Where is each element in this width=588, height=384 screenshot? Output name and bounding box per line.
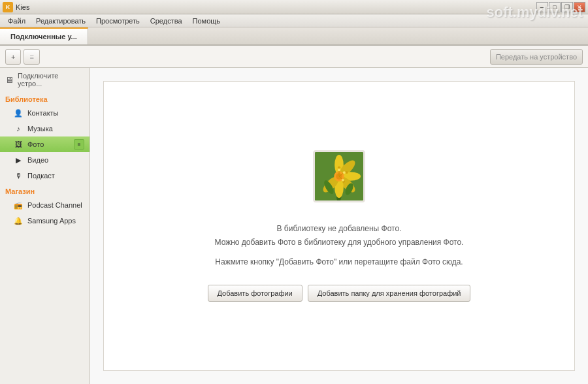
- menu-help[interactable]: Помощь: [188, 16, 226, 26]
- menu-edit[interactable]: Редактировать: [31, 16, 91, 26]
- store-header: Магазин: [0, 184, 90, 197]
- sidebar-item-podcast-channel[interactable]: 📻 Podcast Channel: [0, 197, 90, 213]
- video-label: Видео: [27, 156, 48, 164]
- svg-point-18: [342, 179, 344, 182]
- no-photos-message: В библиотеку не добавлены Фото. Можно до…: [215, 222, 464, 249]
- content-inner: В библиотеку не добавлены Фото. Можно до…: [103, 81, 575, 371]
- samsung-apps-label: Samsung Apps: [27, 217, 76, 225]
- action-buttons: Добавить фотографии Добавить папку для х…: [208, 285, 471, 302]
- contacts-label: Контакты: [27, 109, 59, 117]
- toolbar: + ≡ Передать на устройство: [0, 46, 588, 68]
- samsung-apps-icon: 🔔: [13, 216, 24, 226]
- podcast-channel-icon: 📻: [13, 200, 24, 210]
- add-button[interactable]: +: [5, 49, 21, 65]
- flower-svg: [315, 152, 363, 201]
- sidebar-item-contacts[interactable]: 👤 Контакты: [0, 105, 90, 121]
- music-icon: ♪: [13, 123, 24, 134]
- restore-button[interactable]: □: [549, 2, 561, 12]
- titlebar: K Kies ─ □ ❐ ✕: [0, 0, 588, 14]
- video-icon: ▶: [13, 155, 24, 165]
- sidebar-item-photo[interactable]: 🖼 Фото ≡: [0, 136, 90, 152]
- minimize-button[interactable]: ─: [536, 2, 548, 12]
- svg-point-11: [346, 172, 348, 174]
- podcast-label: Подкаст: [27, 172, 55, 180]
- contacts-icon: 👤: [13, 108, 24, 118]
- close-button[interactable]: ✕: [574, 2, 585, 12]
- photo-icon-sidebar: 🖼: [13, 139, 24, 150]
- photo-list-icon: ≡: [74, 139, 84, 150]
- music-label: Музыка: [27, 125, 53, 133]
- menu-tools[interactable]: Средства: [145, 16, 188, 26]
- menubar: Файл Редактировать Просмотреть Средства …: [0, 14, 588, 27]
- app-icon: K: [3, 2, 13, 12]
- sidebar: 🖥 Подключите устро... Библиотека 👤 Конта…: [0, 68, 90, 384]
- view-button[interactable]: ≡: [24, 49, 39, 65]
- photo-thumbnail: [313, 150, 365, 202]
- library-header: Библиотека: [0, 91, 90, 105]
- drag-hint: Нажмите кнопку "Добавить Фото" или перет…: [215, 255, 463, 268]
- menu-view[interactable]: Просмотреть: [91, 16, 145, 26]
- sidebar-item-video[interactable]: ▶ Видео: [0, 152, 90, 168]
- monitor-icon: 🖥: [5, 75, 14, 85]
- maximize-button[interactable]: ❐: [561, 2, 573, 12]
- tabbar: Подключенные у...: [0, 27, 588, 46]
- sidebar-item-music[interactable]: ♪ Музыка: [0, 121, 90, 136]
- window-controls[interactable]: ─ □ ❐ ✕: [536, 2, 585, 12]
- add-photos-button[interactable]: Добавить фотографии: [208, 285, 302, 302]
- connect-label: Подключите устро...: [18, 72, 84, 88]
- menu-file[interactable]: Файл: [3, 16, 31, 26]
- svg-point-16: [338, 169, 340, 172]
- sidebar-item-podcast[interactable]: 🎙 Подкаст: [0, 168, 90, 184]
- podcast-icon: 🎙: [13, 170, 24, 181]
- transfer-button[interactable]: Передать на устройство: [490, 49, 583, 65]
- svg-point-17: [343, 172, 346, 174]
- podcast-channel-label: Podcast Channel: [27, 201, 82, 209]
- photo-label: Фото: [27, 140, 44, 148]
- connect-device: 🖥 Подключите устро...: [0, 68, 90, 91]
- sidebar-item-samsung-apps[interactable]: 🔔 Samsung Apps: [0, 213, 90, 229]
- add-folder-button[interactable]: Добавить папку для хранения фотографий: [308, 285, 471, 302]
- app-title: Kies: [16, 3, 536, 11]
- main-layout: 🖥 Подключите устро... Библиотека 👤 Конта…: [0, 68, 588, 384]
- tab-connected[interactable]: Подключенные у...: [0, 27, 88, 44]
- content-area: В библиотеку не добавлены Фото. Можно до…: [90, 68, 588, 384]
- svg-point-10: [338, 167, 340, 169]
